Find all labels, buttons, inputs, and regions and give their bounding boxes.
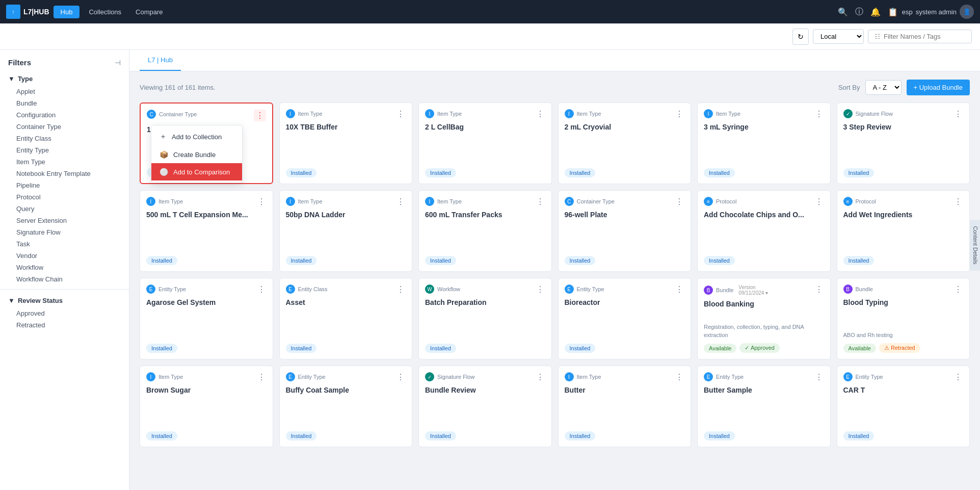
installed-badge: Installed [425, 344, 456, 353]
card-type-label: E Entity Type [286, 372, 326, 381]
card-bundle-blood-banking: B Bundle Version09/11/2024 ▾ ⋮ Blood Ban… [697, 278, 831, 359]
protocol-icon: ≡ [704, 197, 713, 206]
filter-item-item-type[interactable]: Item Type [8, 156, 121, 168]
filter-item-query[interactable]: Query [8, 203, 121, 215]
card-menu-button[interactable]: ⋮ [953, 372, 963, 382]
card-name: 2 mL Cryovial [565, 123, 685, 166]
card-header: ✓ Signature Flow ⋮ [843, 109, 964, 119]
filter-item-entity-type[interactable]: Entity Type [8, 144, 121, 156]
filter-item-notebook-entry-template[interactable]: Notebook Entry Template [8, 168, 121, 179]
filter-item-entity-class[interactable]: Entity Class [8, 133, 121, 144]
card-menu-button[interactable]: ⋮ [814, 372, 824, 382]
card-name: Bioreactor [565, 298, 685, 342]
card-type-label: I Item Type [425, 197, 462, 206]
installed-badge: Installed [843, 168, 875, 177]
item-type-icon: I [565, 109, 574, 118]
card-menu-button[interactable]: ⋮ [674, 197, 684, 207]
filter-item-server-extension[interactable]: Server Extension [8, 215, 121, 226]
card-menu-button[interactable]: ⋮ [256, 197, 267, 207]
card-menu-button[interactable]: ⋮ [674, 109, 684, 119]
filter-item-retracted[interactable]: Retracted [8, 319, 121, 331]
card-menu-button[interactable]: ⋮ [395, 285, 406, 294]
create-bundle-item[interactable]: 📦 Create Bundle [151, 146, 242, 163]
filter-item-task[interactable]: Task [8, 238, 121, 250]
filter-item-workflow-chain[interactable]: Workflow Chain [8, 273, 121, 285]
toolbar: ↻ Local ☷ [0, 23, 980, 50]
clipboard-icon[interactable]: 📋 [888, 7, 898, 17]
collections-link[interactable]: Collections [84, 6, 126, 18]
card-header: I Item Type ⋮ [704, 109, 824, 119]
card-header: E Entity Type ⋮ [286, 372, 406, 382]
add-comparison-item[interactable]: ⚪ Add to Comparison [151, 163, 242, 180]
filter-item-applet[interactable]: Applet [8, 86, 121, 97]
card-header: I Item Type ⋮ [146, 197, 267, 207]
card-menu-button[interactable]: ⋮ [395, 197, 406, 207]
card-footer: Installed [425, 168, 545, 177]
filter-item-workflow[interactable]: Workflow [8, 262, 121, 273]
filter-item-signature-flow[interactable]: Signature Flow [8, 226, 121, 238]
card-type-label: I Item Type [425, 109, 462, 118]
filter-input[interactable] [884, 33, 965, 40]
card-menu-button[interactable]: ⋮ [814, 285, 824, 294]
card-menu-button[interactable]: ⋮ [256, 372, 267, 382]
card-menu-button[interactable]: ⋮ [535, 285, 545, 294]
card-type-label: ≡ Protocol [704, 197, 736, 206]
card-type-label: E Entity Type [146, 285, 186, 294]
signature-flow-icon: ✓ [843, 109, 853, 118]
location-select[interactable]: Local [813, 29, 864, 44]
hub-button[interactable]: Hub [54, 6, 80, 18]
refresh-button[interactable]: ↻ [792, 29, 809, 45]
bell-icon[interactable]: 🔔 [870, 7, 881, 17]
filter-item-bundle[interactable]: Bundle [8, 97, 121, 109]
card-menu-button[interactable]: ⋮ [256, 285, 267, 294]
filter-item-pipeline[interactable]: Pipeline [8, 179, 121, 191]
card-footer: Installed [146, 344, 267, 353]
card-header: I Item Type ⋮ [425, 197, 545, 207]
sort-select[interactable]: A - Z [865, 80, 902, 95]
card-menu-button[interactable]: ⋮ [535, 109, 545, 119]
card-type-label: E Entity Class [286, 285, 328, 294]
nav-icons: 🔍 ⓘ 🔔 📋 [838, 7, 898, 17]
card-menu-button[interactable]: ⋮ [674, 372, 684, 382]
search-icon[interactable]: 🔍 [838, 7, 848, 17]
card-menu-button[interactable]: ⋮ [953, 109, 963, 119]
card-menu-button[interactable]: ⋮ [953, 197, 963, 207]
card-menu-button[interactable]: ⋮ [395, 109, 406, 119]
help-icon[interactable]: ⓘ [855, 7, 863, 17]
card-header: E Entity Type ⋮ [704, 372, 824, 382]
card-signature-flow-bundle-review: ✓ Signature Flow ⋮ Bundle Review Install… [418, 366, 552, 447]
card-menu-button[interactable]: ⋮ [395, 372, 406, 382]
add-to-collection-item[interactable]: ＋ Add to Collection [151, 127, 242, 146]
filter-group-review[interactable]: ▼ Review Status [8, 294, 121, 307]
card-type-label: E Entity Type [843, 372, 883, 381]
sidebar-collapse-button[interactable]: ⊣ [115, 59, 121, 67]
filter-item-vendor[interactable]: Vendor [8, 250, 121, 262]
card-footer: Installed [425, 431, 545, 441]
filter-item-container-type[interactable]: Container Type [8, 121, 121, 133]
filter-group-type[interactable]: ▼ Type [8, 72, 121, 86]
card-menu-button[interactable]: ⋮ [535, 372, 545, 382]
card-header: W Workflow ⋮ [425, 285, 545, 294]
upload-bundle-button[interactable]: + Upload Bundle [907, 80, 970, 95]
content-details-toggle[interactable]: Content Details [970, 220, 980, 270]
card-type-label: I Item Type [146, 372, 183, 381]
card-name: 3 mL Syringe [704, 123, 824, 166]
filter-item-approved[interactable]: Approved [8, 307, 121, 319]
card-menu-button[interactable]: ⋮ [814, 197, 824, 207]
user-avatar[interactable]: 👤 [960, 5, 974, 19]
filter-item-configuration[interactable]: Configuration [8, 109, 121, 121]
filter-item-protocol[interactable]: Protocol [8, 191, 121, 203]
logo-icon: ↑ [6, 5, 20, 19]
filter-bar[interactable]: ☷ [868, 30, 972, 43]
card-menu-button[interactable]: ⋮ [254, 110, 266, 121]
compare-link[interactable]: Compare [130, 6, 168, 18]
sidebar: Filters ⊣ ▼ Type Applet Bundle Configura… [0, 50, 129, 490]
card-menu-button[interactable]: ⋮ [674, 285, 684, 294]
card-menu-button[interactable]: ⋮ [814, 109, 824, 119]
tab-hub[interactable]: L7 | Hub [140, 50, 181, 71]
card-menu-button[interactable]: ⋮ [953, 285, 963, 294]
add-comparison-label: Add to Comparison [173, 168, 230, 176]
top-navigation: ↑ L7|HUB Hub Collections Compare 🔍 ⓘ 🔔 📋… [0, 0, 980, 23]
card-footer: Installed [843, 256, 964, 265]
card-menu-button[interactable]: ⋮ [535, 197, 545, 207]
